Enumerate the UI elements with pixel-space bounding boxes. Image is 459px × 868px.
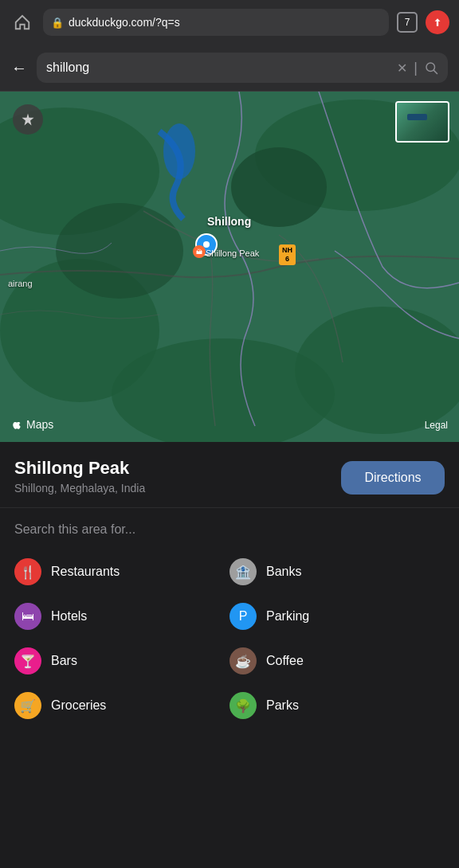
parks-icon: 🌳 bbox=[230, 692, 257, 719]
parking-icon: P bbox=[230, 603, 257, 630]
categories-grid: 🍴Restaurants🏦Banks🛏HotelsPParking🍸Bars☕C… bbox=[14, 549, 445, 728]
lock-icon: 🔒 bbox=[51, 17, 64, 29]
search-clear-button[interactable]: ✕ bbox=[397, 61, 407, 76]
category-item-groceries[interactable]: 🛒Groceries bbox=[14, 683, 230, 728]
search-bar: ← shillong ✕ | bbox=[0, 45, 459, 92]
category-item-parking[interactable]: PParking bbox=[230, 594, 445, 639]
maps-brand-text: Maps bbox=[26, 418, 53, 431]
airang-label: airang bbox=[8, 279, 33, 288]
restaurants-label: Restaurants bbox=[51, 565, 120, 579]
directions-button[interactable]: Directions bbox=[341, 461, 445, 495]
upload-button[interactable] bbox=[426, 10, 449, 34]
parking-label: Parking bbox=[266, 609, 309, 624]
back-button[interactable]: ← bbox=[11, 59, 27, 77]
map-thumbnail[interactable] bbox=[395, 101, 449, 143]
coffee-icon: ☕ bbox=[230, 647, 257, 674]
banks-icon: 🏦 bbox=[230, 558, 257, 585]
category-item-bars[interactable]: 🍸Bars bbox=[14, 639, 230, 683]
restaurants-icon: 🍴 bbox=[14, 558, 41, 585]
search-query-text: shillong bbox=[46, 61, 390, 75]
coffee-label: Coffee bbox=[266, 654, 304, 668]
groceries-label: Groceries bbox=[51, 698, 106, 713]
url-text: duckduckgo.com/?q=s bbox=[69, 16, 381, 29]
parks-label: Parks bbox=[266, 698, 299, 713]
map-area[interactable]: Shillong 🏔 Shillong Peak NH 6 airang Map… bbox=[0, 92, 459, 442]
apple-maps-brand: Maps bbox=[11, 418, 53, 431]
search-input-box[interactable]: shillong ✕ | bbox=[37, 53, 448, 83]
groceries-icon: 🛒 bbox=[14, 692, 41, 719]
bars-icon: 🍸 bbox=[14, 647, 41, 674]
location-subtitle: Shillong, Meghalaya, India bbox=[14, 482, 145, 495]
category-item-banks[interactable]: 🏦Banks bbox=[230, 549, 445, 594]
map-svg bbox=[0, 92, 459, 442]
search-area-section: Search this area for... 🍴Restaurants🏦Ban… bbox=[0, 508, 459, 736]
location-name: Shillong Peak bbox=[14, 458, 145, 479]
tab-count-badge[interactable]: 7 bbox=[397, 12, 418, 33]
category-item-restaurants[interactable]: 🍴Restaurants bbox=[14, 549, 230, 594]
legal-text[interactable]: Legal bbox=[425, 420, 448, 431]
hotels-icon: 🛏 bbox=[14, 603, 41, 630]
svg-point-9 bbox=[56, 203, 183, 299]
url-bar[interactable]: 🔒 duckduckgo.com/?q=s bbox=[43, 9, 389, 36]
category-item-parks[interactable]: 🌳Parks bbox=[230, 683, 445, 728]
category-item-coffee[interactable]: ☕Coffee bbox=[230, 639, 445, 683]
home-button[interactable] bbox=[10, 10, 35, 35]
map-city-label: Shillong bbox=[207, 215, 251, 228]
category-item-hotels[interactable]: 🛏Hotels bbox=[14, 594, 230, 639]
nh-badge: NH 6 bbox=[279, 244, 296, 265]
location-button[interactable] bbox=[13, 104, 43, 135]
map-peak-label: Shillong Peak bbox=[206, 248, 259, 258]
svg-point-10 bbox=[163, 123, 195, 179]
location-info: Shillong Peak Shillong, Meghalaya, India bbox=[14, 458, 145, 495]
shillong-peak-icon: 🏔 bbox=[193, 245, 206, 258]
svg-line-1 bbox=[434, 70, 437, 73]
search-icon bbox=[424, 61, 438, 75]
search-divider: | bbox=[414, 60, 418, 76]
search-area-title: Search this area for... bbox=[14, 522, 445, 537]
banks-label: Banks bbox=[266, 565, 301, 579]
bars-label: Bars bbox=[51, 654, 77, 668]
info-panel: Shillong Peak Shillong, Meghalaya, India… bbox=[0, 442, 459, 508]
browser-chrome: 🔒 duckduckgo.com/?q=s 7 bbox=[0, 0, 459, 45]
hotels-label: Hotels bbox=[51, 609, 87, 624]
